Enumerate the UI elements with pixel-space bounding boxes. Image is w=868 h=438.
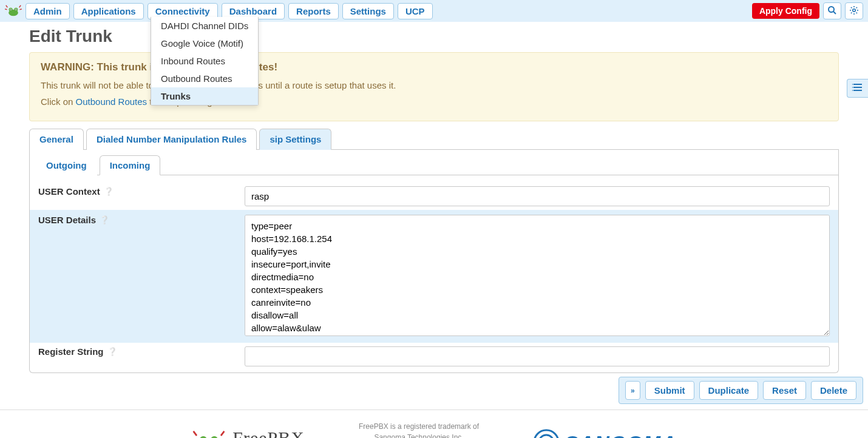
nav-admin[interactable]: Admin bbox=[25, 3, 70, 19]
submit-button[interactable]: Submit bbox=[645, 381, 694, 400]
svg-point-6 bbox=[16, 9, 16, 10]
help-icon[interactable]: ❔ bbox=[100, 215, 109, 224]
svg-point-9 bbox=[853, 8, 855, 11]
list-icon bbox=[852, 84, 863, 93]
settings-button[interactable] bbox=[845, 2, 863, 19]
freepbx-name: FreePBX bbox=[232, 428, 305, 438]
sangoma-logo: SANGOMA bbox=[533, 429, 677, 439]
trunk-tabs: General Dialed Number Manipulation Rules… bbox=[29, 129, 839, 150]
side-list-button[interactable] bbox=[847, 79, 868, 98]
svg-point-7 bbox=[829, 7, 834, 12]
freepbx-frog-icon bbox=[5, 4, 22, 18]
svg-point-17 bbox=[200, 436, 208, 438]
sangoma-icon bbox=[533, 429, 560, 439]
subtab-incoming[interactable]: Incoming bbox=[100, 155, 161, 175]
input-user-context[interactable] bbox=[245, 186, 830, 206]
dropdown-dahdi[interactable]: DAHDI Channel DIDs bbox=[151, 17, 258, 35]
svg-point-5 bbox=[10, 9, 11, 10]
nav-settings[interactable]: Settings bbox=[342, 3, 394, 19]
tab-general[interactable]: General bbox=[29, 129, 84, 150]
subtab-outgoing[interactable]: Outgoing bbox=[36, 155, 97, 175]
main-nav: Admin Applications Connectivity Dashboar… bbox=[25, 3, 748, 19]
svg-point-13 bbox=[852, 84, 853, 85]
svg-point-15 bbox=[852, 90, 853, 91]
dropdown-outbound-routes[interactable]: Outbound Routes bbox=[151, 70, 258, 87]
help-icon[interactable]: ❔ bbox=[107, 347, 117, 356]
delete-button[interactable]: Delete bbox=[811, 381, 856, 400]
label-user-details: USER Details bbox=[38, 215, 96, 225]
top-navbar: Admin Applications Connectivity Dashboar… bbox=[0, 0, 868, 22]
svg-point-18 bbox=[211, 436, 219, 438]
freepbx-frog-icon bbox=[191, 429, 226, 439]
gear-icon bbox=[849, 5, 859, 17]
footer-copyright: FreePBX is a registered trademark of San… bbox=[341, 421, 497, 438]
action-buttons: » Submit Duplicate Reset Delete bbox=[619, 377, 863, 404]
dropdown-google-voice[interactable]: Google Voice (Motif) bbox=[151, 35, 258, 52]
reset-button[interactable]: Reset bbox=[763, 381, 806, 400]
warning-text-2a: Click on bbox=[41, 96, 76, 107]
freepbx-logo: FreePBX let freedom ring™ bbox=[191, 428, 305, 438]
row-register-string: Register String ❔ bbox=[38, 343, 830, 370]
nav-reports[interactable]: Reports bbox=[288, 3, 339, 19]
svg-line-8 bbox=[833, 12, 836, 14]
sip-settings-panel: Outgoing Incoming USER Context ❔ USER De… bbox=[29, 150, 839, 373]
tab-sip-settings[interactable]: sip Settings bbox=[259, 129, 331, 150]
nav-ucp[interactable]: UCP bbox=[398, 3, 433, 19]
chevron-right-icon: » bbox=[631, 386, 635, 395]
collapse-button[interactable]: » bbox=[625, 381, 640, 400]
dropdown-inbound-routes[interactable]: Inbound Routes bbox=[151, 52, 258, 70]
row-user-details: USER Details ❔ bbox=[30, 210, 838, 343]
page-footer: FreePBX let freedom ring™ FreePBX is a r… bbox=[0, 409, 868, 438]
label-user-context: USER Context bbox=[38, 186, 100, 197]
sip-subtabs: Outgoing Incoming bbox=[36, 155, 838, 175]
svg-point-14 bbox=[852, 87, 853, 88]
nav-applications[interactable]: Applications bbox=[73, 3, 144, 19]
outbound-routes-link[interactable]: Outbound Routes bbox=[76, 96, 147, 107]
tab-dialed-rules[interactable]: Dialed Number Manipulation Rules bbox=[86, 129, 257, 150]
textarea-user-details[interactable] bbox=[245, 215, 830, 336]
label-register-string: Register String bbox=[38, 346, 104, 357]
help-icon[interactable]: ❔ bbox=[104, 187, 114, 196]
search-icon bbox=[827, 5, 837, 17]
input-register-string[interactable] bbox=[245, 346, 830, 366]
connectivity-dropdown: DAHDI Channel DIDs Google Voice (Motif) … bbox=[151, 17, 259, 106]
apply-config-button[interactable]: Apply Config bbox=[752, 3, 819, 19]
dropdown-trunks[interactable]: Trunks bbox=[151, 87, 258, 105]
search-button[interactable] bbox=[823, 2, 841, 19]
sangoma-name: SANGOMA bbox=[565, 431, 677, 439]
row-user-context: USER Context ❔ bbox=[38, 183, 830, 210]
duplicate-button[interactable]: Duplicate bbox=[699, 381, 759, 400]
